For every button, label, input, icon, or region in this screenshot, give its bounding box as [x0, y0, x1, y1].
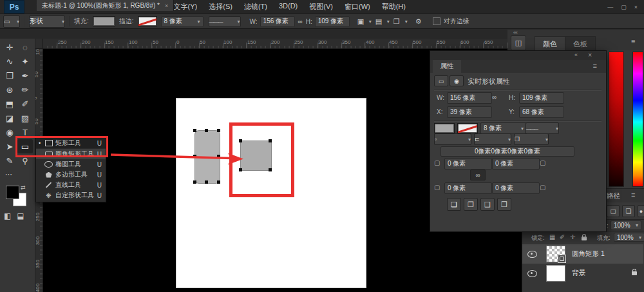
layer-name[interactable]: 圆角矩形 1	[572, 249, 605, 258]
foreground-color-swatch[interactable]	[6, 186, 19, 199]
stroke-type-select[interactable]: ——— ▾	[526, 122, 559, 134]
lock-move-icon[interactable]: ✛	[570, 233, 575, 240]
link-dimensions-icon[interactable]: ∞	[298, 18, 303, 25]
path-arrangement-button[interactable]: ❐▾	[393, 16, 408, 27]
corner-radius-bl-input[interactable]: 0 像素	[444, 182, 492, 194]
menu-view[interactable]: 视图(V)	[303, 2, 339, 12]
opacity-input[interactable]: 100% ▾	[611, 220, 641, 230]
layer-fill-input[interactable]: 100% ▾	[614, 233, 644, 242]
anchor-point[interactable]	[239, 139, 242, 142]
anchor-point[interactable]	[193, 129, 196, 132]
stroke-type-select[interactable]: ——— ▾	[209, 16, 241, 27]
shape-height-input[interactable]: 109 像素	[519, 92, 564, 104]
collapse-panel-icon[interactable]: «	[574, 52, 578, 58]
layer-name[interactable]: 背景	[572, 269, 585, 278]
tab-swatches-panel[interactable]: 色板	[565, 36, 596, 51]
quick-mask-icon[interactable]: ◧	[4, 211, 11, 220]
fill-swatch[interactable]	[434, 123, 455, 133]
magic-wand-tool[interactable]: ✦	[17, 54, 33, 68]
crop-tool[interactable]: ❒	[2, 68, 17, 83]
layer-thumbnail[interactable]	[546, 246, 565, 262]
color-spectrum-bar[interactable]	[632, 52, 643, 187]
intersect-shapes-button[interactable]: ❑	[480, 198, 495, 211]
geometry-settings-button[interactable]: ⚙	[412, 16, 426, 27]
stroke-align-select[interactable]: ▫ ▾	[434, 133, 471, 145]
collapsed-panel-icon[interactable]: ◫	[511, 35, 526, 50]
menu-help[interactable]: 帮助(H)	[376, 2, 412, 12]
flyout-item-line[interactable]: 直线工具 U	[36, 180, 106, 190]
lock-transparent-icon[interactable]: ▦	[549, 233, 555, 240]
panel-menu-icon[interactable]: ≡	[631, 37, 635, 45]
shape-width-input[interactable]: 156 像素	[260, 16, 295, 27]
layer-thumbnail[interactable]	[546, 265, 565, 282]
shape-properties-icon[interactable]: ▭	[434, 75, 448, 86]
shape-page-icon[interactable]: ❏	[622, 205, 635, 217]
lock-all-icon[interactable]	[582, 237, 587, 240]
move-tool[interactable]: ✛	[2, 40, 17, 54]
visibility-eye-icon[interactable]	[527, 270, 537, 277]
corner-radius-br-input[interactable]: 0 像素	[492, 182, 540, 194]
flyout-item-ellipse[interactable]: 椭圆工具 U	[36, 159, 106, 170]
corner-radius-tl-input[interactable]: 0 像素	[444, 158, 492, 170]
stroke-cap-select[interactable]: ⊏ ▾	[474, 133, 511, 145]
combine-shapes-button[interactable]: ❏	[447, 198, 461, 211]
lock-paint-icon[interactable]: ✐	[560, 233, 565, 240]
link-dimensions-icon[interactable]: ∞	[492, 93, 497, 101]
anchor-point[interactable]	[217, 155, 220, 158]
eyedropper-tool[interactable]: ✒	[17, 68, 33, 83]
stroke-width-input[interactable]: 8 像素 ▾	[480, 122, 527, 134]
link-corner-radii-button[interactable]: ∞	[470, 170, 486, 180]
layer-row-background[interactable]: 背景	[522, 264, 643, 283]
tab-color-panel[interactable]: 颜色	[535, 36, 565, 51]
menu-3d[interactable]: 3D(D)	[273, 2, 303, 12]
stroke-corner-select[interactable]: ❐ ▾	[514, 133, 549, 145]
corner-radius-all-input[interactable]: 0像素0像素0像素0像素	[440, 146, 574, 157]
shape-height-input[interactable]: 109 像素	[315, 16, 350, 27]
corner-radius-tr-input[interactable]: 0 像素	[492, 158, 540, 170]
transform-frame-icon[interactable]: ▢	[607, 205, 620, 217]
close-tab-icon[interactable]: ×	[165, 3, 168, 9]
anchor-point[interactable]	[205, 180, 208, 184]
panel-menu-icon[interactable]: ≡	[593, 62, 597, 70]
color-ramp-red[interactable]	[609, 52, 624, 187]
rounded-rectangle-shape[interactable]	[194, 130, 220, 184]
marquee-tool[interactable]: ◌	[17, 40, 33, 54]
visibility-eye-icon[interactable]	[527, 251, 537, 258]
tool-mode-select[interactable]: 形状 ▾	[29, 15, 65, 28]
flyout-item-polygon[interactable]: 多边形工具 U	[36, 170, 106, 180]
anchor-point[interactable]	[239, 168, 242, 171]
layer-row-rounded-rectangle[interactable]: 圆角矩形 1	[522, 244, 643, 264]
minimize-button[interactable]: —	[607, 4, 613, 10]
menu-filter[interactable]: 滤镜(T)	[238, 2, 273, 12]
panel-title-bar[interactable]: « ×	[430, 51, 606, 60]
screen-mode-icon[interactable]: ⬓	[17, 211, 24, 220]
eraser-tool[interactable]: ◪	[2, 111, 17, 125]
stroke-swatch[interactable]	[138, 16, 157, 26]
tab-properties[interactable]: 属性	[433, 60, 461, 73]
document-tab[interactable]: 未标题-1 @ 100%(圆角矩形 1, RGB/8#) * ×	[37, 0, 174, 11]
anchor-point[interactable]	[269, 139, 272, 142]
gradient-tool[interactable]: ▨	[17, 111, 33, 125]
lasso-tool[interactable]: ∿	[2, 54, 17, 68]
tool-preset-picker[interactable]: ▭ ▾	[3, 15, 20, 28]
anchor-point[interactable]	[269, 168, 272, 171]
stroke-swatch[interactable]	[457, 123, 478, 133]
pin-icon[interactable]: ●	[638, 205, 644, 217]
menu-window[interactable]: 窗口(W)	[339, 2, 376, 12]
flyout-item-custom-shape[interactable]: ❋ 自定形状工具 U	[36, 190, 106, 200]
clone-stamp-tool[interactable]: ⬒	[2, 97, 17, 111]
shape-x-input[interactable]: 39 像素	[447, 106, 492, 118]
align-edges-checkbox[interactable]	[433, 17, 440, 25]
pencil-tool[interactable]: ✏	[17, 83, 33, 97]
swap-colors-icon[interactable]: ⇄	[21, 184, 26, 191]
anchor-point[interactable]	[217, 129, 220, 132]
path-operations-button[interactable]: ▣▾	[357, 16, 372, 27]
subtract-shape-button[interactable]: ❐	[464, 198, 478, 211]
fill-swatch[interactable]	[93, 16, 115, 26]
maximize-button[interactable]: ▢	[621, 4, 627, 10]
anchor-point[interactable]	[205, 129, 208, 132]
brush-tool[interactable]: ✐	[17, 97, 33, 111]
close-panel-icon[interactable]: ×	[588, 52, 592, 59]
mask-properties-icon[interactable]: ◉	[450, 75, 464, 86]
shape-y-input[interactable]: 68 像素	[519, 106, 564, 118]
